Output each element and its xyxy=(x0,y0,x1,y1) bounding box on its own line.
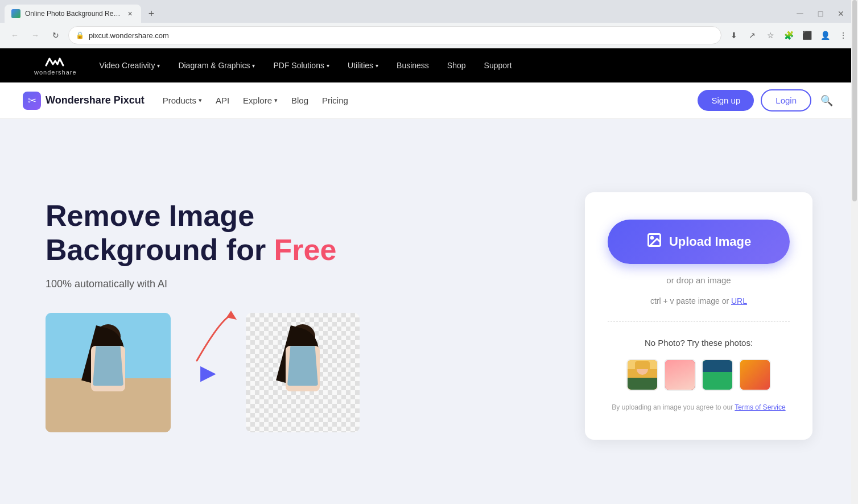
hero-image-demo: ▶ xyxy=(46,313,551,432)
scrollbar-thumb[interactable] xyxy=(852,0,857,201)
upload-button-label: Upload Image xyxy=(669,234,751,249)
tab-title: Online Photo Background Remo... xyxy=(25,10,121,18)
ws-nav-item-shop[interactable]: Shop xyxy=(447,61,466,70)
pixcut-logo-icon: ✂ xyxy=(23,92,41,110)
sample-photo-nature[interactable] xyxy=(702,359,733,391)
active-tab[interactable]: Online Photo Background Remo... ✕ xyxy=(5,5,141,23)
svg-point-2 xyxy=(651,237,653,239)
ws-nav-item-business[interactable]: Business xyxy=(397,61,429,70)
sidebar-icon[interactable]: ⬛ xyxy=(799,27,815,43)
extensions-icon[interactable]: 🧩 xyxy=(781,27,797,43)
sample-photo-cocktail[interactable] xyxy=(664,359,696,391)
free-text: Free xyxy=(274,233,337,266)
refresh-button[interactable]: ↻ xyxy=(48,27,64,43)
chevron-down-icon: ▾ xyxy=(157,63,160,69)
toolbar-icons: ⬇ ↗ ☆ 🧩 ⬛ 👤 ⋮ xyxy=(726,27,851,43)
chevron-down-icon: ▾ xyxy=(252,63,255,69)
pixcut-nav-blog[interactable]: Blog xyxy=(291,96,308,105)
wondershare-logo[interactable]: wondershare xyxy=(34,55,77,76)
url-text: pixcut.wondershare.com xyxy=(89,31,714,40)
paste-text: ctrl + v paste image or URL xyxy=(650,296,747,305)
lock-icon: 🔒 xyxy=(76,31,84,39)
pixcut-nav-items: Products ▾ API Explore ▾ Blog Pricing xyxy=(163,96,680,105)
chevron-down-icon: ▾ xyxy=(376,63,378,69)
no-photo-text: No Photo? Try these photos: xyxy=(645,338,753,348)
signup-button[interactable]: Sign up xyxy=(698,90,754,111)
maximize-button[interactable]: □ xyxy=(812,6,828,22)
svg-marker-0 xyxy=(226,311,237,320)
curved-arrow-icon xyxy=(185,309,242,366)
close-window-button[interactable]: ✕ xyxy=(833,6,849,22)
upload-image-button[interactable]: Upload Image xyxy=(608,220,790,264)
menu-icon[interactable]: ⋮ xyxy=(835,27,851,43)
browser-chrome: Online Photo Background Remo... ✕ + ─ □ … xyxy=(0,0,858,48)
pixcut-logo[interactable]: ✂ Wondershare Pixcut xyxy=(23,92,145,110)
ws-nav-items: Video Creativity ▾ Diagram & Graphics ▾ … xyxy=(100,61,824,70)
sample-photo-car[interactable] xyxy=(739,359,771,391)
profile-icon[interactable]: 👤 xyxy=(817,27,833,43)
chevron-down-icon: ▾ xyxy=(274,97,278,104)
pixcut-nav: ✂ Wondershare Pixcut Products ▾ API Expl… xyxy=(0,82,858,119)
demo-arrow-area: ▶ xyxy=(180,361,237,385)
hero-section: Remove Image Background for Free 100% au… xyxy=(46,199,551,433)
bookmark-icon[interactable]: ☆ xyxy=(762,27,778,43)
drop-text: or drop an image xyxy=(666,275,731,285)
pixcut-logo-text: Wondershare Pixcut xyxy=(46,94,145,106)
tab-bar: Online Photo Background Remo... ✕ + ─ □ … xyxy=(0,0,858,23)
pixcut-nav-pricing[interactable]: Pricing xyxy=(322,96,348,105)
sample-photos xyxy=(626,359,771,391)
ws-nav-item-diagram[interactable]: Diagram & Graphics ▾ xyxy=(178,61,255,70)
wondershare-logo-text: wondershare xyxy=(34,69,77,76)
sample-photo-person[interactable] xyxy=(626,359,658,391)
url-link[interactable]: URL xyxy=(731,296,747,305)
minimize-button[interactable]: ─ xyxy=(792,6,808,22)
ws-nav-item-utilities[interactable]: Utilities ▾ xyxy=(348,61,378,70)
main-content: Remove Image Background for Free 100% au… xyxy=(0,119,858,504)
address-bar[interactable]: 🔒 pixcut.wondershare.com xyxy=(68,26,721,44)
share-icon[interactable]: ↗ xyxy=(744,27,760,43)
terms-link[interactable]: Terms of Service xyxy=(735,403,785,411)
address-bar-row: ← → ↻ 🔒 pixcut.wondershare.com ⬇ ↗ ☆ 🧩 ⬛… xyxy=(0,23,858,48)
pixcut-nav-api[interactable]: API xyxy=(216,96,229,105)
search-icon[interactable]: 🔍 xyxy=(818,92,835,109)
download-icon[interactable]: ⬇ xyxy=(726,27,742,43)
login-button[interactable]: Login xyxy=(761,89,811,111)
pixcut-nav-products[interactable]: Products ▾ xyxy=(163,96,202,105)
tab-favicon xyxy=(11,9,20,18)
before-image xyxy=(46,313,171,432)
tos-text: By uploading an image you agree to our T… xyxy=(612,402,785,412)
ws-nav-item-pdf[interactable]: PDF Solutions ▾ xyxy=(273,61,329,70)
after-image xyxy=(246,313,360,432)
wondershare-logo-icon xyxy=(45,55,65,69)
wondershare-top-nav: wondershare Video Creativity ▾ Diagram &… xyxy=(0,48,858,82)
back-button[interactable]: ← xyxy=(7,27,23,43)
forward-button[interactable]: → xyxy=(27,27,43,43)
upload-icon xyxy=(646,232,662,251)
hero-subtitle: 100% automatically with AI xyxy=(46,278,551,290)
upload-card: Upload Image or drop an image ctrl + v p… xyxy=(585,192,812,440)
pixcut-nav-explore[interactable]: Explore ▾ xyxy=(243,96,278,105)
pixcut-nav-actions: Sign up Login 🔍 xyxy=(698,89,835,111)
ws-nav-item-support[interactable]: Support xyxy=(484,61,512,70)
ws-nav-item-video[interactable]: Video Creativity ▾ xyxy=(100,61,160,70)
tab-close-button[interactable]: ✕ xyxy=(125,9,134,18)
new-tab-button[interactable]: + xyxy=(143,6,159,22)
divider xyxy=(608,321,790,322)
chevron-down-icon: ▾ xyxy=(327,63,329,69)
hero-title: Remove Image Background for Free xyxy=(46,199,551,267)
chevron-down-icon: ▾ xyxy=(199,97,202,104)
scrollbar[interactable] xyxy=(851,0,858,504)
